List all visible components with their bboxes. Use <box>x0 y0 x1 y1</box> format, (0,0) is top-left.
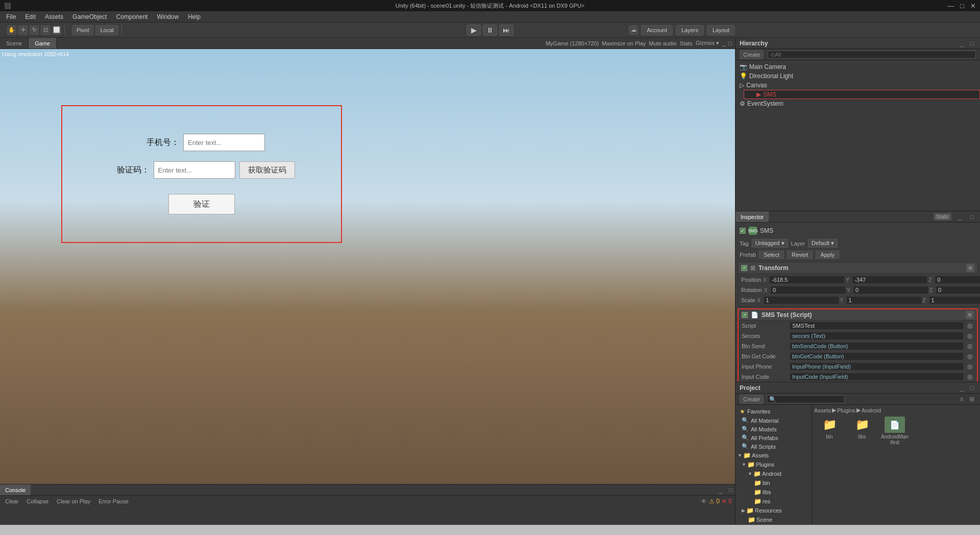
prefab-apply-btn[interactable]: Apply <box>816 251 839 259</box>
get-code-btn[interactable]: 获取验证码 <box>239 161 295 179</box>
code-input[interactable] <box>154 161 235 179</box>
project-grid-view[interactable]: ⊞ <box>968 395 976 403</box>
console-error-pause[interactable]: Error Pause <box>96 497 131 505</box>
prefab-revert-btn[interactable]: Revert <box>787 251 813 259</box>
scale-x-input[interactable] <box>764 296 839 304</box>
tree-resources[interactable]: ▶ 📁 Resources <box>736 506 812 515</box>
project-maximize[interactable]: □ <box>968 384 976 392</box>
local-btn[interactable]: Local <box>95 25 118 35</box>
console-collapse[interactable]: Collapse <box>24 497 51 505</box>
tab-game[interactable]: Game <box>29 38 57 48</box>
tool-scale[interactable]: ⊡ <box>41 26 50 35</box>
proj-all-prefabs[interactable]: 🔍 All Prefabs <box>736 433 812 442</box>
tree-assets[interactable]: ▼ 📁 Assets <box>736 451 812 460</box>
transform-enabled[interactable]: ✓ <box>741 265 747 271</box>
file-libs[interactable]: 📁 libs <box>847 416 877 446</box>
hier-canvas[interactable]: ▷ Canvas <box>736 81 980 90</box>
layer-dropdown[interactable]: Default ▾ <box>808 239 838 248</box>
mute-audio[interactable]: Mute audio <box>649 40 676 46</box>
menu-gameobject[interactable]: GameObject <box>68 12 111 21</box>
pause-btn[interactable]: ⏸ <box>483 25 497 36</box>
account-btn[interactable]: Account <box>641 25 673 35</box>
rot-y-input[interactable] <box>853 286 928 294</box>
tree-libs[interactable]: 📁 libs <box>736 488 812 497</box>
secces-ref-btn[interactable]: ◎ <box>966 332 974 340</box>
tool-rect[interactable]: ⬜ <box>52 26 61 35</box>
sms-settings[interactable]: ⚙ <box>966 311 974 319</box>
tag-dropdown[interactable]: Untagged ▾ <box>752 239 788 248</box>
tool-rotate[interactable]: ↻ <box>30 26 39 35</box>
menu-window[interactable]: Window <box>153 12 183 21</box>
object-enabled[interactable]: ✓ <box>740 228 746 234</box>
prefab-select-btn[interactable]: Select <box>759 251 784 259</box>
menu-help[interactable]: Help <box>184 12 205 21</box>
maximize-on-play[interactable]: Maximize on Play <box>602 40 646 46</box>
project-create-btn[interactable]: Create <box>740 395 764 404</box>
object-name[interactable]: SMS <box>760 227 976 234</box>
project-search[interactable] <box>767 395 845 403</box>
proj-all-scripts[interactable]: 🔍 All Scripts <box>736 442 812 451</box>
hierarchy-maximize[interactable]: □ <box>968 39 976 47</box>
hierarchy-minimize[interactable]: _ <box>958 39 966 47</box>
step-btn[interactable]: ⏭ <box>499 25 513 36</box>
hierarchy-create-btn[interactable]: Create <box>740 50 764 59</box>
tree-plugins[interactable]: ▼ 📁 Plugins <box>736 460 812 469</box>
input-phone-ref-btn[interactable]: ◎ <box>966 362 974 371</box>
sms-script-header[interactable]: ✓ 📄 SMS Test (Script) ⚙ <box>739 309 977 321</box>
close-btn[interactable]: ✕ <box>970 2 976 10</box>
file-androidmanifest[interactable]: 📄 AndroidManifest <box>879 416 910 446</box>
tool-move[interactable]: ✛ <box>18 26 28 35</box>
proj-all-material[interactable]: 🔍 All Material <box>736 416 812 425</box>
tab-scene[interactable]: Scene <box>0 38 29 48</box>
console-minimize[interactable]: _ <box>717 486 725 494</box>
transform-header[interactable]: ✓ ⊞ Transform ⚙ <box>738 262 977 274</box>
menu-file[interactable]: File <box>2 12 20 21</box>
maximize-game[interactable]: □ <box>728 40 732 46</box>
console-clear[interactable]: Clear <box>3 497 20 505</box>
pivot-btn[interactable]: Pivot <box>72 25 93 35</box>
transform-settings[interactable]: ⚙ <box>966 264 974 272</box>
hier-main-camera[interactable]: 📷 Main Camera <box>736 62 980 71</box>
pos-y-input[interactable] <box>852 276 927 284</box>
btn-send-ref-btn[interactable]: ◎ <box>966 342 974 350</box>
tool-hand[interactable]: ✋ <box>7 26 16 35</box>
phone-input[interactable] <box>183 134 265 151</box>
scale-z-input[interactable] <box>929 296 980 304</box>
btn-get-code-ref-btn[interactable]: ◎ <box>966 352 974 360</box>
proj-all-models[interactable]: 🔍 All Models <box>736 425 812 433</box>
rot-x-input[interactable] <box>770 286 846 294</box>
rot-z-input[interactable] <box>936 286 980 294</box>
minimize-btn[interactable]: — <box>947 2 954 10</box>
tree-bin[interactable]: 📁 bin <box>736 478 812 488</box>
layout-btn[interactable]: Layout <box>707 25 735 35</box>
maximize-btn[interactable]: □ <box>960 2 964 10</box>
console-maximize[interactable]: □ <box>727 486 735 494</box>
play-btn[interactable]: ▶ <box>467 25 481 36</box>
tab-console[interactable]: Console <box>0 484 31 495</box>
hier-sms[interactable]: ▶ SMS <box>744 90 980 99</box>
layers-btn[interactable]: Layers <box>676 25 704 35</box>
menu-component[interactable]: Component <box>112 12 152 21</box>
menu-edit[interactable]: Edit <box>21 12 40 21</box>
input-code-ref-btn[interactable]: ◎ <box>966 373 974 381</box>
gizmos-btn[interactable]: Gizmos ▾ <box>696 40 719 46</box>
pos-x-input[interactable] <box>769 276 845 284</box>
hierarchy-search[interactable] <box>768 51 976 59</box>
favorites-header[interactable]: ★ Favorites <box>736 407 812 416</box>
minimize-game[interactable]: _ <box>722 40 725 46</box>
console-clear-on-play[interactable]: Clear on Play <box>55 497 92 505</box>
tree-res[interactable]: 📁 res <box>736 497 812 506</box>
file-bin[interactable]: 📁 bin <box>814 416 845 446</box>
project-list-view[interactable]: ≡ <box>958 395 966 403</box>
inspector-maximize[interactable]: □ <box>968 213 976 221</box>
script-ref-btn[interactable]: ◎ <box>966 322 974 330</box>
hier-directional-light[interactable]: 💡 Directional Light <box>736 71 980 81</box>
verify-btn[interactable]: 验证 <box>168 194 235 214</box>
game-size-label[interactable]: MyGame (1280×720) <box>546 40 599 46</box>
tree-android[interactable]: ▼ 📁 Android <box>736 469 812 478</box>
stats-btn[interactable]: Stats <box>680 40 693 46</box>
scale-y-input[interactable] <box>846 296 922 304</box>
menu-assets[interactable]: Assets <box>41 12 67 21</box>
cloud-btn[interactable]: ☁ <box>629 26 638 35</box>
tab-inspector[interactable]: Inspector <box>736 211 769 222</box>
